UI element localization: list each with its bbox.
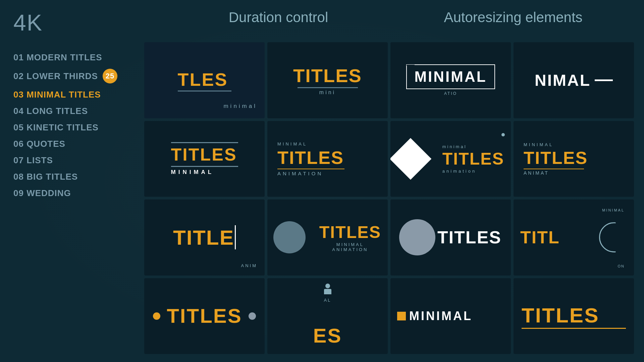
main-layout: 01 MODERN TITLES 02 LOWER THIRDS 25 03 M…	[0, 36, 644, 357]
card-6[interactable]: MINIMAL TITLES ANIMATION	[267, 121, 388, 197]
card-grid: TLES minimal TITLES mini MINIMAL ATIO NI…	[138, 42, 634, 357]
card12-main: TITL	[520, 227, 560, 247]
card2-sub: mini	[319, 89, 336, 96]
duration-label: Duration control	[141, 9, 396, 25]
card7-sub: animation	[442, 169, 476, 174]
sidebar-item-quotes[interactable]: 06 QUOTES	[13, 139, 138, 149]
card6-main: TITLES	[277, 147, 344, 168]
cursor-bar	[235, 225, 236, 249]
sidebar-item-lower-thirds[interactable]: 02 LOWER THIRDS 25	[13, 69, 138, 83]
card-4[interactable]: NIMAL	[514, 42, 634, 118]
card2-main: TITLES	[293, 65, 362, 86]
card-3[interactable]: MINIMAL ATIO	[390, 42, 511, 118]
diamond-shape	[390, 138, 431, 180]
card10-sub2: ANIMATION	[332, 247, 368, 252]
card12-bot: ON	[618, 264, 625, 268]
sidebar-label: 04 LONG TITLES	[13, 106, 88, 116]
card1-main: TLES	[178, 69, 228, 90]
card14-main: ES	[313, 324, 342, 347]
person-head	[325, 284, 330, 288]
card-2[interactable]: TITLES mini	[267, 42, 388, 118]
card-12[interactable]: TITL MINIMAL ON	[514, 199, 634, 276]
sidebar-label: 02 LOWER THIRDS	[13, 71, 98, 81]
card10-sub1: MINIMAL	[336, 242, 364, 247]
card5-main: TITLES	[171, 144, 237, 165]
card10-circle	[273, 221, 306, 253]
card1-sub: minimal	[223, 103, 257, 110]
card13-main: TITLES	[167, 304, 242, 327]
card11-main: TITLES	[437, 227, 501, 247]
card7-top: minimal	[442, 144, 467, 149]
card8-main: TITLES	[524, 148, 588, 168]
card9-sub: ANIM	[241, 263, 258, 268]
card15-icon-square	[397, 312, 406, 320]
sidebar-label: 03 MINIMAL TITLES	[13, 89, 101, 100]
card-1[interactable]: TLES minimal	[144, 42, 265, 118]
person-body	[324, 289, 331, 294]
sidebar-item-kinetic-titles[interactable]: 05 KINETIC TITLES	[13, 122, 138, 133]
sidebar-item-wedding[interactable]: 09 WEDDING	[13, 188, 138, 198]
card-10[interactable]: TITLES MINIMAL ANIMATION	[267, 199, 388, 276]
card8-top: MINIMAL	[524, 142, 553, 147]
badge-count: 25	[103, 69, 117, 83]
sidebar-label: 09 WEDDING	[13, 188, 71, 198]
card13-dot-right	[249, 312, 256, 320]
sidebar-label: 01 MODERN TITLES	[13, 52, 102, 63]
card-13[interactable]: TITLES	[144, 278, 265, 354]
card10-main: TITLES	[319, 223, 381, 242]
card-15[interactable]: MINIMAL	[390, 278, 511, 354]
card3-sub: ATIO	[444, 91, 457, 96]
card14-top: AL	[324, 298, 331, 303]
card4-main: NIMAL	[535, 71, 591, 89]
card11-circle	[399, 219, 435, 255]
sidebar-label: 08 BIG TITLES	[13, 172, 78, 182]
card15-main: MINIMAL	[409, 309, 473, 323]
card6-sub: ANIMATION	[277, 171, 323, 176]
card7-main: TITLES	[442, 149, 504, 169]
card7-dot	[501, 133, 505, 136]
card-8[interactable]: MINIMAL TITLES ANIMAT	[514, 121, 634, 197]
card-7[interactable]: minimal TITLES animation	[390, 121, 511, 197]
card8-sub: ANIMAT	[524, 170, 549, 176]
card-14[interactable]: AL ES	[267, 278, 388, 354]
card-16[interactable]: TITLES	[514, 278, 634, 354]
card16-main: TITLES	[522, 303, 599, 327]
sidebar-item-lists[interactable]: 07 LISTS	[13, 155, 138, 166]
sidebar-item-long-titles[interactable]: 04 LONG TITLES	[13, 106, 138, 116]
resolution-label: 4K	[13, 9, 141, 36]
card5-sub: MINIMAL	[171, 169, 214, 176]
header: 4K Duration control Autoresizing element…	[0, 0, 644, 36]
sidebar-label: 05 KINETIC TITLES	[13, 122, 99, 133]
sidebar-item-modern-titles[interactable]: 01 MODERN TITLES	[13, 52, 138, 63]
autoresize-label: Autoresizing elements	[396, 9, 631, 25]
sidebar-item-minimal-titles[interactable]: 03 MINIMAL TITLES	[13, 89, 138, 100]
sidebar-label: 07 LISTS	[13, 155, 53, 166]
card12-top: MINIMAL	[602, 208, 625, 212]
card-9[interactable]: TITLE ANIM	[144, 199, 265, 276]
sidebar-label: 06 QUOTES	[13, 139, 65, 149]
card6-top: MINIMAL	[277, 141, 307, 146]
card16-bar	[522, 328, 626, 329]
card3-main: MINIMAL	[414, 68, 487, 85]
card-5[interactable]: TITLES MINIMAL	[144, 121, 265, 197]
card13-dot-left	[153, 312, 160, 320]
card-11[interactable]: TITLES	[390, 199, 511, 276]
card12-partial-circle	[599, 222, 629, 252]
card9-main: TITLE	[173, 226, 234, 249]
sidebar: 01 MODERN TITLES 02 LOWER THIRDS 25 03 M…	[13, 42, 138, 357]
sidebar-item-big-titles[interactable]: 08 BIG TITLES	[13, 172, 138, 182]
